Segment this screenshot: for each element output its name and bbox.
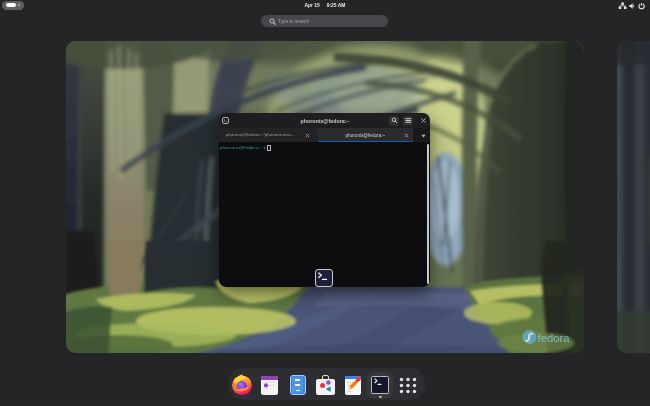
- svg-text:fedora: fedora: [538, 332, 571, 344]
